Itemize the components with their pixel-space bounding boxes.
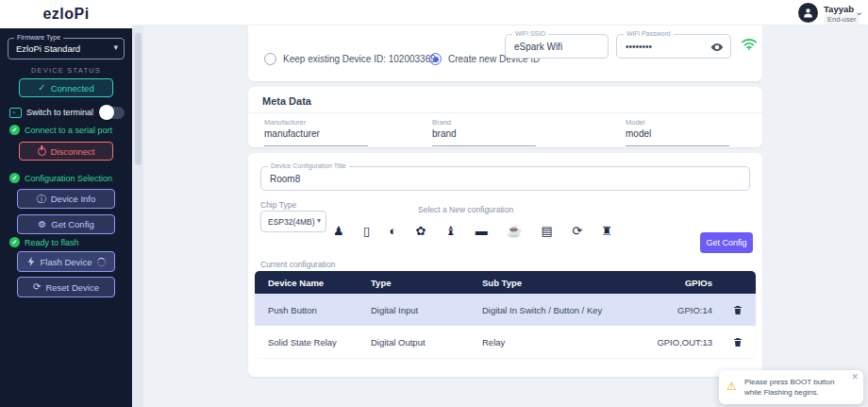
cell-gpios: GPIO:14	[654, 294, 720, 326]
check-circle-icon: ✓	[9, 237, 20, 247]
meta-data-title: Meta Data	[262, 95, 311, 107]
power-icon	[38, 147, 46, 156]
fridge-icon[interactable]: ▯	[363, 225, 370, 237]
toast-message: Please press BOOT button while Flashing …	[744, 377, 853, 398]
terminal-toggle[interactable]	[100, 107, 125, 119]
gauge-icon[interactable]: ◐	[389, 225, 396, 237]
device-status-heading: DEVICE STATUS	[0, 66, 132, 75]
chip-type-select[interactable]: ESP32(4MB) ▾	[260, 211, 326, 232]
cell-type: Digital Output	[363, 326, 475, 358]
lamp-icon[interactable]: ♝	[445, 225, 457, 237]
device-config-title-value: Room8	[270, 174, 300, 184]
current-configuration-label: Current configuration	[260, 260, 335, 269]
brand-value: brand	[432, 128, 457, 139]
app-root: { "glyphs": { "caret_down": "▾", "check"…	[0, 0, 868, 407]
scrollbar-thumb[interactable]	[135, 33, 142, 165]
manufacturer-field[interactable]: Manufacturer manufacturer	[264, 118, 368, 146]
table-row[interactable]: Solid State Relay Digital Output Relay G…	[255, 326, 756, 358]
device-config-title-input[interactable]: Device Configuration Title Room8	[260, 166, 750, 191]
device-config-title-label: Device Configuration Title	[268, 162, 349, 169]
meta-data-card: Meta Data Manufacturer manufacturer Bran…	[248, 87, 762, 147]
table-row[interactable]: Push Button Digital Input Digital In Swi…	[255, 294, 756, 326]
cell-sub-type: Digital In Switch / Button / Key	[475, 294, 654, 326]
scrollbar-track[interactable]	[133, 25, 143, 407]
connected-status-button[interactable]: ✓ Connected	[19, 78, 113, 97]
display-icon[interactable]: ▬	[476, 225, 488, 237]
brand-field[interactable]: Brand brand	[432, 118, 536, 146]
check-circle-icon: ✓	[9, 173, 20, 183]
wifi-password-input[interactable]: WiFi Password ••••••••	[616, 34, 731, 59]
show-password-eye-icon[interactable]	[710, 41, 724, 54]
info-icon: ⓘ	[37, 195, 46, 204]
warning-icon: ⚠	[726, 381, 737, 392]
chevron-down-icon[interactable]: ⌄	[855, 6, 863, 18]
flash-device-button[interactable]: Flash Device	[17, 251, 115, 272]
col-actions	[720, 271, 756, 294]
firmware-type-select[interactable]: Firmware Type EzloPi Standard ▾	[8, 38, 125, 59]
step-label: Connect to a serial port	[25, 126, 112, 135]
divider	[248, 112, 762, 113]
user-icon	[802, 7, 814, 19]
logo: ezloPi	[0, 0, 132, 28]
terminal-icon: >_	[9, 108, 22, 118]
wifi-signal-icon	[741, 36, 758, 51]
flash-device-label: Flash Device	[41, 257, 92, 267]
chip-type-value: ESP32(4MB)	[268, 217, 315, 227]
cell-device-name: Push Button	[255, 294, 363, 326]
get-config-label: Get Config	[51, 219, 93, 229]
avatar[interactable]	[798, 3, 818, 23]
wifi-ssid-input[interactable]: WiFi SSID eSpark Wifi	[505, 34, 609, 59]
delete-trash-icon[interactable]	[732, 336, 743, 348]
disconnect-button[interactable]: Disconnect	[19, 142, 113, 161]
step-connect-serial: ✓ Connect to a serial port	[9, 125, 112, 135]
keep-device-id-option[interactable]: Keep existing Device ID: 102003369	[264, 53, 436, 65]
delete-trash-icon[interactable]	[732, 304, 743, 316]
col-gpios: GPIOs	[654, 271, 720, 294]
plant-sensor-icon[interactable]: ✿	[416, 225, 426, 237]
chip-type-label: Chip Type	[260, 200, 296, 210]
step-label: Configuration Selection	[25, 174, 112, 183]
check-icon: ✓	[38, 83, 45, 93]
model-value: model	[626, 128, 651, 139]
switch-terminal-label: Switch to terminal	[26, 108, 93, 117]
col-sub-type: Sub Type	[475, 271, 654, 294]
sidebar-get-config-button[interactable]: ⚙ Get Config	[17, 214, 115, 234]
motion-sensor-icon[interactable]: ♟	[333, 225, 344, 237]
multi-device-icon[interactable]: ♜	[601, 225, 612, 237]
device-category-icon-row: ♟ ▯ ◐ ✿ ♝ ▬ ☕ ▤ ⟳ ♜	[333, 225, 612, 237]
printer-icon[interactable]: ▤	[542, 225, 553, 237]
reset-device-button[interactable]: ⟳ Reset Device	[17, 277, 115, 297]
cell-type: Digital Input	[363, 294, 475, 326]
loading-spinner-icon	[97, 258, 106, 266]
cell-sub-type: Relay	[475, 326, 654, 358]
wifi-password-value: ••••••••	[626, 42, 652, 52]
firmware-type-label: Firmware Type	[14, 34, 63, 41]
logo-text: ezloPi	[42, 6, 89, 23]
device-info-button[interactable]: ⓘ Device Info	[17, 189, 115, 209]
chevron-down-icon: ▾	[113, 42, 118, 52]
model-label: Model	[626, 118, 644, 127]
model-field[interactable]: Model model	[626, 118, 729, 146]
disconnect-label: Disconnect	[51, 146, 95, 157]
sync-icon[interactable]: ⟳	[572, 225, 582, 237]
col-type: Type	[363, 271, 475, 294]
radio-unselected-icon[interactable]	[264, 53, 276, 65]
cell-actions	[720, 294, 756, 326]
top-header: Tayyab End-user ⌄	[132, 0, 868, 25]
user-name: Tayyab	[824, 4, 854, 14]
reset-device-label: Reset Device	[45, 282, 99, 293]
current-configuration-table: Device Name Type Sub Type GPIOs Push But…	[255, 271, 756, 358]
step-ready-to-flash: ✓ Ready to flash	[9, 237, 79, 247]
radio-selected-icon[interactable]	[429, 53, 442, 65]
device-info-label: Device Info	[51, 194, 96, 204]
manufacturer-value: manufacturer	[264, 128, 320, 139]
get-config-button[interactable]: Get Config	[700, 232, 753, 253]
drink-sensor-icon[interactable]: ☕	[507, 225, 522, 237]
select-new-configuration-label: Select a New configuration	[418, 205, 513, 214]
keep-device-id-label: Keep existing Device ID: 102003369	[283, 54, 436, 64]
col-device-name: Device Name	[255, 271, 363, 294]
boot-warning-toast: ✕ ⚠ Please press BOOT button while Flash…	[719, 370, 863, 404]
flash-icon	[26, 257, 36, 266]
sidebar: ezloPi Firmware Type EzloPi Standard ▾ D…	[0, 0, 132, 407]
toggle-knob	[99, 105, 114, 120]
